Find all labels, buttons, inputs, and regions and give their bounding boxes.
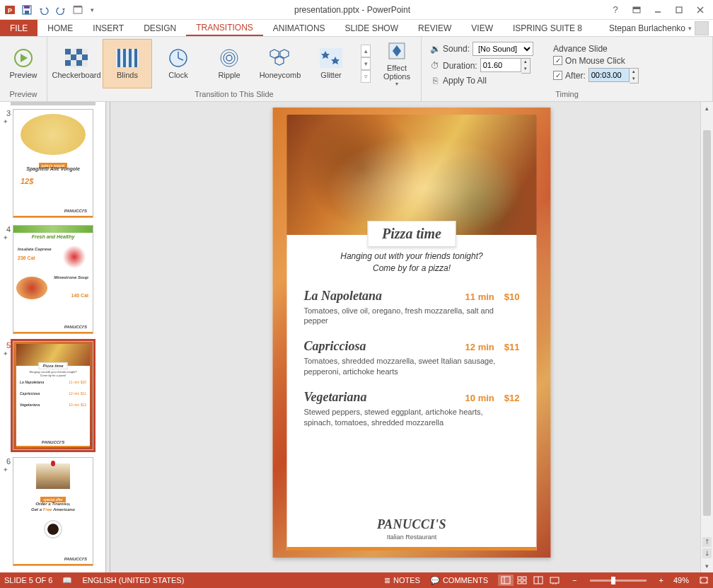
gallery-prev[interactable]: ▴	[361, 45, 371, 57]
zoom-out-button[interactable]: −	[572, 576, 576, 584]
svg-rect-43	[518, 581, 521, 584]
qat-customize-icon[interactable]: ▾	[88, 3, 96, 17]
powerpoint-icon: P	[3, 3, 17, 17]
tab-ispring[interactable]: ISPRING SUITE 8	[503, 20, 592, 36]
sound-select[interactable]: [No Sound]	[473, 42, 533, 56]
help-icon[interactable]: ?	[605, 3, 625, 17]
start-from-beginning-icon[interactable]	[71, 3, 85, 17]
notes-icon: ≣	[384, 576, 390, 585]
apply-all-label: Apply To All	[443, 76, 487, 86]
transition-checkerboard[interactable]: Checkerboard	[52, 39, 101, 88]
gallery-more[interactable]: ▿	[361, 70, 371, 83]
preview-button[interactable]: Preview	[4, 39, 42, 88]
effect-options-icon	[386, 40, 408, 62]
brand-name: PANUCCI'S	[287, 517, 537, 532]
vertical-scrollbar[interactable]: ▴ ⤒ ⤓ ▾	[700, 102, 713, 572]
sorter-view-button[interactable]	[514, 575, 530, 586]
status-slide-count[interactable]: SLIDE 5 OF 6	[4, 576, 52, 584]
after-label: After:	[565, 71, 586, 81]
thumbnail-slide-4[interactable]: 4✦ Fresh and Healthy Insalata Caprese 23…	[3, 225, 101, 334]
on-mouse-click-row[interactable]: ✓ On Mouse Click	[553, 56, 639, 66]
slide-thumbnail-panel: 3✦ today's special Spaghetti Alle Vongol…	[0, 102, 106, 572]
after-input[interactable]	[589, 68, 630, 82]
scroll-thumb[interactable]	[703, 130, 711, 516]
sound-icon: 🔉	[430, 44, 440, 54]
maximize-icon[interactable]	[669, 3, 689, 17]
zoom-slider[interactable]	[590, 580, 647, 582]
after-down[interactable]: ▾	[630, 76, 638, 83]
menu-tagline: Hanging out with your friends tonight? C…	[287, 250, 537, 275]
reading-view-button[interactable]	[531, 575, 546, 586]
prev-slide-button[interactable]: ⤒	[702, 537, 712, 547]
tab-design[interactable]: DESIGN	[134, 20, 186, 36]
menu-card: Pizza time Hanging out with your friends…	[287, 235, 537, 550]
transition-honeycomb[interactable]: Honeycomb	[255, 39, 305, 88]
tab-slideshow[interactable]: SLIDE SHOW	[335, 20, 408, 36]
ripple-label: Ripple	[218, 71, 240, 79]
zoom-in-button[interactable]: +	[659, 576, 663, 584]
comments-button[interactable]: 💬COMMENTS	[430, 576, 488, 585]
quick-access-toolbar: P ▾	[0, 3, 99, 17]
duration-up[interactable]: ▴	[521, 59, 530, 66]
scroll-down[interactable]: ▾	[701, 560, 713, 572]
status-bar: SLIDE 5 OF 6 📖 ENGLISH (UNITED STATES) ≣…	[0, 572, 713, 588]
status-language[interactable]: ENGLISH (UNITED STATES)	[82, 576, 184, 584]
save-icon[interactable]	[20, 3, 34, 17]
item-1-name: La Napoletana	[304, 289, 465, 304]
tab-file[interactable]: FILE	[0, 20, 37, 36]
ribbon-display-icon[interactable]	[627, 3, 647, 17]
thumbnail-slide-3[interactable]: 3✦ today's special Spaghetti Alle Vongol…	[3, 109, 101, 218]
normal-view-button[interactable]	[498, 575, 514, 586]
spellcheck-icon[interactable]: 📖	[62, 576, 72, 585]
thumb-4-transition-icon: ✦	[3, 234, 13, 241]
svg-rect-17	[71, 54, 76, 60]
svg-rect-3	[24, 6, 30, 8]
slideshow-view-button[interactable]	[547, 575, 562, 586]
svg-rect-39	[502, 577, 510, 584]
thumbnail-slide-6[interactable]: 6✦ special offer Order a Tiramisu, Get a…	[3, 457, 101, 566]
undo-icon[interactable]	[37, 3, 51, 17]
thumbnail-slide-5[interactable]: 5✦ Pizza time Hanging out with your frie…	[3, 341, 101, 450]
duration-input[interactable]	[480, 58, 521, 72]
redo-icon[interactable]	[54, 3, 68, 17]
user-area[interactable]: Stepan Burlachenko▾	[609, 20, 713, 36]
after-checkbox[interactable]: ✓	[553, 71, 562, 80]
transition-ripple[interactable]: Ripple	[204, 39, 254, 88]
fit-to-window-button[interactable]	[699, 576, 709, 584]
transition-glitter[interactable]: Glitter	[306, 39, 356, 88]
view-buttons	[498, 575, 562, 586]
close-icon[interactable]	[690, 3, 710, 17]
group-transition-gallery: Checkerboard Blinds Clock Ripple Honeyco…	[47, 37, 422, 101]
tab-insert[interactable]: INSERT	[83, 20, 134, 36]
on-click-checkbox[interactable]: ✓	[553, 56, 562, 65]
minimize-icon[interactable]	[648, 3, 668, 17]
notes-button[interactable]: ≣NOTES	[384, 576, 420, 585]
after-row[interactable]: ✓ After: ▴▾	[553, 68, 639, 83]
next-slide-button[interactable]: ⤓	[702, 548, 712, 558]
tab-review[interactable]: REVIEW	[408, 20, 461, 36]
tab-transitions[interactable]: TRANSITIONS	[186, 20, 263, 36]
thumb-6-number: 6	[3, 457, 13, 466]
gallery-next[interactable]: ▾	[361, 57, 371, 70]
menu-item-2: Capricciosa12 min$11 Tomatoes, shredded …	[304, 339, 520, 377]
brand-footer: PANUCCI'S Italian Restaurant	[287, 517, 537, 541]
thumb-scroll-up[interactable]	[11, 102, 95, 105]
transition-blinds[interactable]: Blinds	[103, 39, 152, 88]
svg-rect-8	[633, 7, 640, 9]
transition-clock[interactable]: Clock	[153, 39, 203, 88]
svg-rect-4	[25, 11, 29, 14]
after-up[interactable]: ▴	[630, 69, 638, 76]
zoom-level[interactable]: 49%	[673, 576, 689, 584]
tab-view[interactable]: VIEW	[461, 20, 503, 36]
tab-animations[interactable]: ANIMATIONS	[263, 20, 335, 36]
thumb-5-transition-icon: ✦	[3, 350, 13, 357]
tab-home[interactable]: HOME	[37, 20, 83, 36]
effect-options-button[interactable]: Effect Options ▾	[377, 39, 417, 88]
duration-down[interactable]: ▾	[521, 66, 530, 73]
slide[interactable]: Pizza time Hanging out with your friends…	[273, 108, 551, 558]
pizza-time-badge: Pizza time	[367, 221, 456, 247]
zoom-handle[interactable]	[611, 577, 615, 584]
thumb-6-line1: Order a Tiramisu,	[13, 502, 93, 506]
scroll-up[interactable]: ▴	[701, 102, 713, 115]
apply-to-all-button[interactable]: ⎘ Apply To All	[430, 76, 533, 86]
